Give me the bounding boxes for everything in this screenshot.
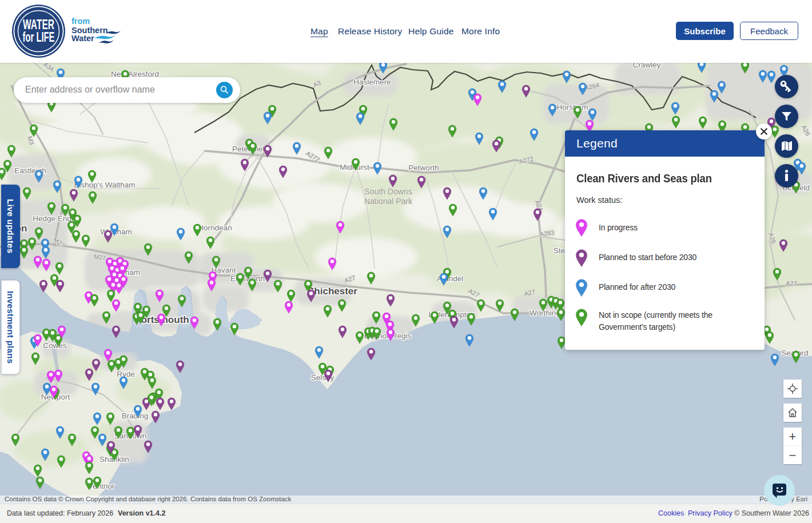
svg-text:A27: A27: [786, 280, 797, 287]
svg-text:Water: Water: [71, 34, 94, 43]
svg-text:Horndean: Horndean: [198, 223, 232, 232]
svg-text:Bishop's Waltham: Bishop's Waltham: [74, 181, 135, 189]
svg-text:Worthing: Worthing: [530, 309, 560, 317]
svg-text:South Downs: South Downs: [364, 187, 412, 196]
svg-text:Petworth: Petworth: [408, 163, 439, 172]
svg-text:Ste: Ste: [554, 246, 565, 255]
svg-text:National Park: National Park: [364, 197, 413, 206]
svg-text:from: from: [71, 17, 90, 26]
svg-text:Crawley: Crawley: [633, 63, 661, 69]
svg-text:Haslemere: Haslemere: [353, 78, 391, 86]
svg-text:Cowes: Cowes: [43, 341, 67, 350]
svg-text:for LIFE: for LIFE: [23, 29, 55, 45]
svg-text:Horsham: Horsham: [557, 103, 588, 111]
